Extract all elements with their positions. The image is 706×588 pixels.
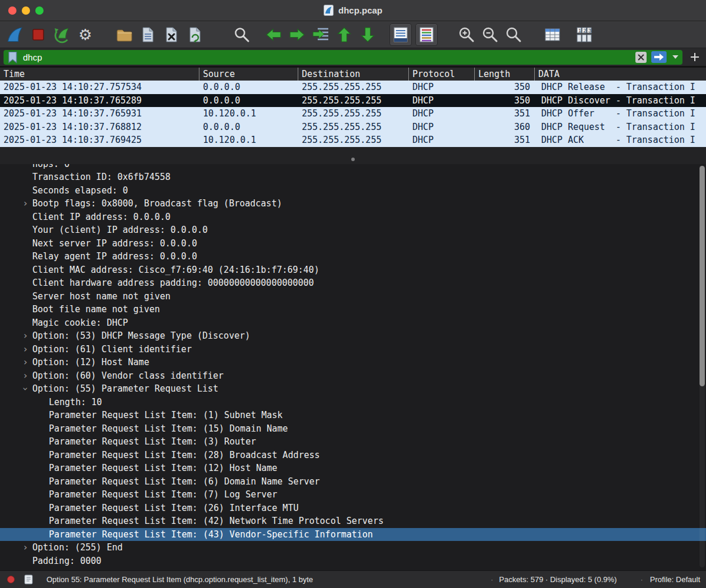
packet-row[interactable]: 2025-01-23 14:10:27.7575340.0.0.0255.255… bbox=[0, 81, 706, 94]
packet-row[interactable]: 2025-01-23 14:10:37.76942510.120.0.1255.… bbox=[0, 133, 706, 147]
stop-capture-button[interactable] bbox=[28, 25, 48, 45]
arrow-up-icon bbox=[335, 26, 353, 44]
column-header-destination[interactable]: Destination bbox=[298, 68, 408, 81]
close-file-button[interactable] bbox=[161, 25, 181, 45]
detail-line[interactable]: Transaction ID: 0x6fb74558 bbox=[0, 171, 706, 184]
detail-line[interactable]: Parameter Request List Item: (26) Interf… bbox=[0, 502, 706, 515]
column-header-data[interactable]: DATA bbox=[534, 68, 706, 81]
filter-bookmark-icon[interactable] bbox=[7, 51, 18, 64]
detail-text: Option: (61) Client identifier bbox=[32, 344, 192, 355]
detail-line[interactable]: Parameter Request List Item: (15) Domain… bbox=[0, 422, 706, 436]
detail-line[interactable]: Parameter Request List Item: (42) Networ… bbox=[0, 514, 706, 528]
detail-line[interactable]: Your (client) IP address: 0.0.0.0 bbox=[0, 223, 706, 237]
expand-icon[interactable]: › bbox=[21, 356, 29, 369]
capture-comment-icon[interactable] bbox=[24, 574, 34, 584]
clear-filter-button[interactable] bbox=[635, 52, 647, 63]
detail-line[interactable]: ›Bootp flags: 0x8000, Broadcast flag (Br… bbox=[0, 197, 706, 211]
column-preferences-button[interactable] bbox=[542, 25, 562, 45]
detail-line[interactable]: ›Option: (12) Host Name bbox=[0, 356, 706, 369]
search-icon bbox=[233, 26, 251, 44]
zoom-out-button[interactable] bbox=[480, 25, 500, 45]
column-header-time[interactable]: Time bbox=[0, 68, 199, 81]
restart-capture-button[interactable] bbox=[52, 25, 72, 45]
detail-scrollbar[interactable] bbox=[700, 166, 705, 568]
packet-cell-length: 350 bbox=[474, 81, 534, 94]
expand-icon[interactable]: › bbox=[21, 329, 29, 343]
detail-line[interactable]: Parameter Request List Item: (6) Domain … bbox=[0, 475, 706, 489]
packet-cell-destination: 255.255.255.255 bbox=[298, 121, 408, 134]
zoom-window-button[interactable] bbox=[35, 6, 44, 15]
reload-file-button[interactable] bbox=[185, 25, 205, 45]
minimize-window-button[interactable] bbox=[22, 6, 30, 15]
detail-line[interactable]: Parameter Request List Item: (28) Broadc… bbox=[0, 449, 706, 462]
packet-detail-pane: hops: 0Transaction ID: 0x6fb74558Seconds… bbox=[0, 164, 706, 571]
detail-line[interactable]: Client MAC address: Cisco_f7:69:40 (24:1… bbox=[0, 263, 706, 277]
column-header-protocol[interactable]: Protocol bbox=[408, 68, 474, 81]
detail-line[interactable]: ›Option: (61) Client identifier bbox=[0, 343, 706, 356]
column-header-length[interactable]: Length bbox=[474, 68, 534, 81]
detail-line[interactable]: ›Option: (60) Vendor class identifier bbox=[0, 369, 706, 383]
expand-icon[interactable]: › bbox=[21, 541, 29, 554]
detail-line[interactable]: hops: 0 bbox=[0, 164, 706, 171]
expert-info-indicator[interactable] bbox=[7, 576, 15, 583]
packet-cell-length: 351 bbox=[474, 107, 534, 121]
zoom-in-button[interactable] bbox=[457, 25, 477, 45]
last-packet-button[interactable] bbox=[358, 25, 378, 45]
expand-icon[interactable]: › bbox=[21, 369, 29, 383]
packet-cell-destination: 255.255.255.255 bbox=[298, 107, 408, 121]
find-packet-button[interactable] bbox=[232, 25, 252, 45]
packet-cell-destination: 255.255.255.255 bbox=[298, 133, 408, 147]
zoom-reset-button[interactable] bbox=[504, 25, 524, 45]
filter-dropdown-button[interactable] bbox=[671, 51, 680, 63]
packet-list-header: TimeSourceDestinationProtocolLengthDATA bbox=[0, 68, 706, 81]
apply-filter-button[interactable] bbox=[651, 51, 667, 63]
pane-splitter[interactable] bbox=[0, 147, 706, 164]
detail-line[interactable]: Next server IP address: 0.0.0.0 bbox=[0, 237, 706, 250]
profile-text[interactable]: Profile: Default bbox=[650, 575, 700, 584]
detail-line[interactable]: Length: 10 bbox=[0, 396, 706, 409]
add-filter-button[interactable] bbox=[687, 49, 702, 65]
save-file-button[interactable] bbox=[138, 25, 158, 45]
detail-line[interactable]: Client hardware address padding: 0000000… bbox=[0, 276, 706, 290]
next-packet-button[interactable] bbox=[287, 25, 307, 45]
goto-packet-button[interactable] bbox=[311, 25, 331, 45]
previous-packet-button[interactable] bbox=[264, 25, 284, 45]
expand-icon[interactable]: › bbox=[21, 343, 29, 356]
start-capture-button[interactable] bbox=[5, 25, 25, 45]
detail-line[interactable]: Boot file name not given bbox=[0, 303, 706, 316]
detail-line[interactable]: Server host name not given bbox=[0, 290, 706, 303]
first-packet-button[interactable] bbox=[334, 25, 354, 45]
detail-line[interactable]: ›Option: (255) End bbox=[0, 541, 706, 554]
capture-options-button[interactable]: ⚙ bbox=[75, 25, 95, 45]
detail-line[interactable]: Padding: 0000 bbox=[0, 554, 706, 568]
packet-cell-data: DHCP Request - Transaction I bbox=[534, 121, 706, 134]
detail-line[interactable]: Parameter Request List Item: (12) Host N… bbox=[0, 462, 706, 475]
detail-line[interactable]: Relay agent IP address: 0.0.0.0 bbox=[0, 250, 706, 263]
column-header-source[interactable]: Source bbox=[199, 68, 298, 81]
autoscroll-toggle[interactable] bbox=[389, 24, 412, 46]
detail-line[interactable]: Parameter Request List Item: (3) Router bbox=[0, 435, 706, 449]
detail-line[interactable]: Parameter Request List Item: (43) Vendor… bbox=[0, 528, 706, 542]
display-filter-field[interactable] bbox=[4, 50, 682, 65]
packet-cell-source: 0.0.0.0 bbox=[199, 121, 298, 134]
collapse-icon[interactable]: › bbox=[19, 385, 32, 393]
colorize-toggle[interactable] bbox=[415, 24, 438, 46]
filter-input[interactable] bbox=[23, 52, 631, 62]
detail-line[interactable]: Magic cookie: DHCP bbox=[0, 316, 706, 330]
open-file-button[interactable] bbox=[114, 25, 134, 45]
close-window-button[interactable] bbox=[8, 6, 16, 15]
expand-icon[interactable]: › bbox=[21, 197, 29, 211]
detail-line[interactable]: ›Option: (53) DHCP Message Type (Discove… bbox=[0, 329, 706, 343]
detail-line[interactable]: Client IP address: 0.0.0.0 bbox=[0, 211, 706, 224]
detail-line[interactable]: Seconds elapsed: 0 bbox=[0, 184, 706, 198]
packet-row[interactable]: 2025-01-23 14:10:37.76593110.120.0.1255.… bbox=[0, 107, 706, 121]
detail-text: hops: 0 bbox=[32, 164, 69, 169]
packet-row[interactable]: 2025-01-23 14:10:37.7688120.0.0.0255.255… bbox=[0, 121, 706, 134]
packet-cell-source: 0.0.0.0 bbox=[199, 81, 298, 94]
scrollbar-thumb[interactable] bbox=[700, 166, 705, 387]
detail-line[interactable]: ›Option: (55) Parameter Request List bbox=[0, 382, 706, 396]
resize-columns-button[interactable]: 1 2 3 bbox=[574, 25, 594, 45]
detail-line[interactable]: Parameter Request List Item: (1) Subnet … bbox=[0, 409, 706, 422]
packet-row[interactable]: 2025-01-23 14:10:37.7652890.0.0.0255.255… bbox=[0, 94, 706, 108]
detail-line[interactable]: Parameter Request List Item: (7) Log Ser… bbox=[0, 488, 706, 502]
